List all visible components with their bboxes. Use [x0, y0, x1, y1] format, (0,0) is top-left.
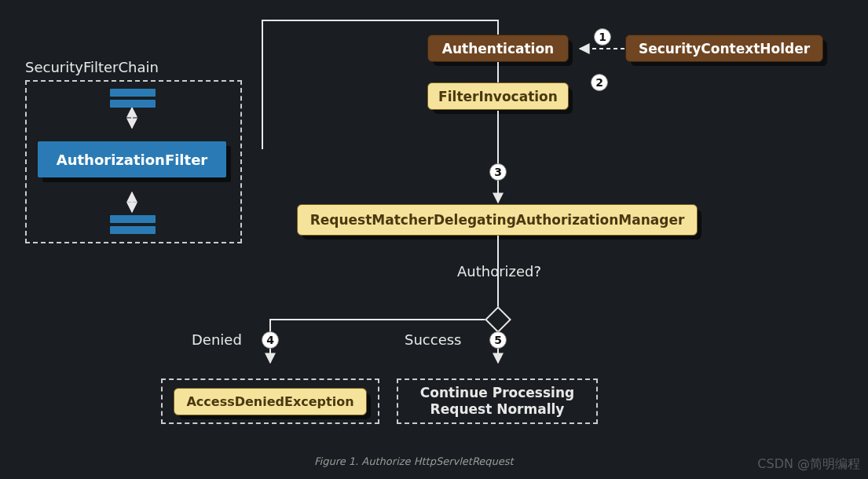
step-badge-1: 1	[594, 28, 611, 46]
authorization-filter-label: AuthorizationFilter	[57, 152, 207, 168]
authentication-label: Authentication	[442, 41, 554, 57]
authorization-manager-node: RequestMatcherDelegatingAuthorizationMan…	[297, 204, 698, 236]
authorization-manager-label: RequestMatcherDelegatingAuthorizationMan…	[310, 212, 685, 228]
figure-caption: Figure 1. Authorize HttpServletRequest	[314, 455, 514, 467]
success-label: Success	[405, 331, 461, 348]
continue-line1: Continue Processing	[420, 385, 574, 401]
authorization-filter-node: AuthorizationFilter	[38, 141, 226, 177]
step-badge-5: 5	[489, 331, 507, 349]
filter-invocation-label: FilterInvocation	[438, 89, 558, 104]
watermark-text: CSDN @简明编程	[757, 456, 860, 473]
filter-bar-icon	[110, 100, 156, 108]
denied-label: Denied	[192, 331, 242, 348]
filter-invocation-node: FilterInvocation	[427, 82, 569, 110]
filter-bar-icon	[110, 226, 156, 234]
step-badge-3: 3	[489, 163, 507, 181]
step-badge-4: 4	[262, 331, 279, 349]
filter-bar-icon	[110, 215, 156, 223]
continue-processing-box: Continue Processing Request Normally	[397, 378, 598, 424]
access-denied-box: AccessDeniedException	[161, 378, 379, 424]
step-badge-2: 2	[591, 74, 608, 91]
security-context-holder-label: SecurityContextHolder	[639, 41, 810, 57]
authorized-label: Authorized?	[457, 263, 541, 280]
filter-bar-icon	[110, 89, 156, 97]
continue-line2: Request Normally	[430, 401, 565, 418]
chain-title-label: SecurityFilterChain	[25, 59, 159, 75]
authentication-node: Authentication	[427, 35, 569, 62]
access-denied-exception-label: AccessDeniedException	[186, 394, 353, 409]
security-context-holder-node: SecurityContextHolder	[625, 35, 823, 62]
access-denied-exception-node: AccessDeniedException	[174, 388, 367, 415]
